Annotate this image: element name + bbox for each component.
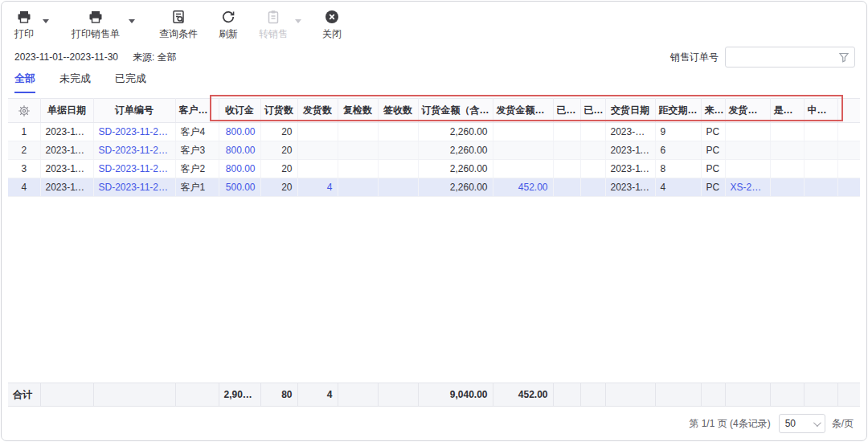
cell-recheck-qty <box>338 123 378 141</box>
column-header[interactable]: 订货金额（含税） <box>418 99 493 123</box>
cell-sign-qty <box>378 160 418 178</box>
table-row[interactable]: 32023-11-22SD-2023-11-22-000...客户2800.00… <box>8 160 860 178</box>
column-header[interactable]: 订货数 <box>260 99 297 123</box>
caret-down-icon <box>43 19 49 23</box>
column-header[interactable]: 是否完成 <box>770 99 804 123</box>
source-filter-text: 来源: 全部 <box>133 51 177 64</box>
cell-ship-order-no[interactable]: XS-2023... <box>725 178 770 197</box>
total-ship-amount: 452.00 <box>493 383 553 407</box>
column-header[interactable]: 发货数 <box>297 99 338 123</box>
tab-all[interactable]: 全部 <box>14 72 35 93</box>
refresh-button[interactable]: 刷新 <box>219 9 238 41</box>
cell-is-done <box>770 178 804 197</box>
cell-days-to-delivery: 6 <box>655 141 701 160</box>
print-sales-order-button[interactable]: 打印销售单 <box>72 9 120 41</box>
query-conditions-button[interactable]: 查询条件 <box>159 9 198 41</box>
total-ship-qty: 4 <box>297 383 338 407</box>
cell-order-no[interactable]: SD-2023-11-22-000... <box>93 123 175 141</box>
close-circle-icon <box>324 9 340 25</box>
cell-stop-exec <box>804 178 837 197</box>
cell-order-amount: 2,260.00 <box>418 123 493 141</box>
cell-order-no[interactable]: SD-2023-11-22-000... <box>93 141 175 160</box>
column-header[interactable]: 来源 <box>701 99 725 123</box>
table-row[interactable]: 42023-11-22SD-2023-11-22-000...客户1500.00… <box>8 178 860 197</box>
sales-order-no-label: 销售订单号 <box>670 51 719 64</box>
tab-complete[interactable]: 已完成 <box>115 72 146 93</box>
column-header[interactable]: 收订金 <box>219 99 260 123</box>
cell-ship-amount[interactable]: 452.00 <box>493 178 553 197</box>
column-header[interactable]: 距交期（天） <box>655 99 701 123</box>
gear-icon[interactable] <box>18 104 31 117</box>
column-header[interactable]: 客户全名 <box>175 99 219 123</box>
caret-down-icon <box>129 19 135 23</box>
cell-ship-qty <box>297 123 338 141</box>
cell-order-no[interactable]: SD-2023-11-22-000... <box>93 178 175 197</box>
cell-ship-amount <box>493 160 553 178</box>
tab-incomplete[interactable]: 未完成 <box>59 72 91 93</box>
cell-customer: 客户4 <box>175 123 219 141</box>
empty-area <box>2 197 866 383</box>
cell-deposit[interactable]: 800.00 <box>219 123 260 141</box>
cell-num: 4 <box>8 178 40 197</box>
cell-ship-qty <box>297 141 338 160</box>
cell-order-amount: 2,260.00 <box>418 141 493 160</box>
column-header[interactable]: 发货金额（含税 <box>493 99 553 123</box>
total-is-done <box>770 383 804 407</box>
filter-funnel-icon[interactable] <box>838 51 850 63</box>
column-header[interactable]: 交货日期 <box>605 99 655 123</box>
column-header[interactable]: 订单编号 <box>93 99 175 123</box>
total-order-qty: 80 <box>260 383 297 407</box>
cell-customer: 客户1 <box>175 178 219 197</box>
close-button[interactable]: 关闭 <box>322 9 342 41</box>
print-dropdown-caret[interactable] <box>39 11 52 31</box>
print-sales-order-dropdown-caret[interactable] <box>125 11 138 31</box>
cell-deposit[interactable]: 500.00 <box>219 178 260 197</box>
cell-doc-date: 2023-11-22 <box>40 178 93 197</box>
sales-order-window: 打印 打印销售单 查询条件 刷新 转销售 <box>1 1 867 441</box>
cell-stop-exec <box>804 160 837 178</box>
total-row-zone: 合计2,900.008049,040.00452.00 <box>8 383 860 407</box>
cell-settled <box>553 123 580 141</box>
cell-order-no[interactable]: SD-2023-11-22-000... <box>93 160 175 178</box>
sales-order-no-input[interactable] <box>725 47 855 68</box>
cell-source: PC <box>701 141 725 160</box>
total-recheck-qty <box>338 383 378 407</box>
cell-days-to-delivery: 8 <box>655 160 701 178</box>
cell-ship-qty[interactable]: 4 <box>297 178 338 197</box>
column-header[interactable]: 签收数 <box>378 99 418 123</box>
column-header[interactable]: 已开票 <box>580 99 605 123</box>
query-conditions-label: 查询条件 <box>159 27 198 41</box>
column-header[interactable]: 已结算 <box>553 99 580 123</box>
cell-ship-amount <box>493 123 553 141</box>
cell-deposit[interactable]: 800.00 <box>219 141 260 160</box>
total-customer <box>175 383 219 407</box>
column-header[interactable] <box>837 99 860 123</box>
cell-invoiced <box>580 123 605 141</box>
column-header[interactable]: 复检数 <box>338 99 378 123</box>
total-order-amount: 9,040.00 <box>418 383 493 407</box>
print-button-label: 打印 <box>14 27 34 41</box>
cell-sign-qty <box>378 141 418 160</box>
close-label: 关闭 <box>322 27 342 41</box>
cell-delivery-date: 2023-11-30 <box>605 160 655 178</box>
cell-order-amount: 2,260.00 <box>418 178 493 197</box>
cell-filler <box>837 123 860 141</box>
table-row[interactable]: 22023-11-22SD-2023-11-22-000...客户3800.00… <box>8 141 860 160</box>
date-range-text: 2023-11-01--2023-11-30 <box>14 51 118 63</box>
page-size-select[interactable]: 50 <box>779 414 825 433</box>
cell-order-amount: 2,260.00 <box>418 160 493 178</box>
cell-doc-date: 2023-11-22 <box>40 160 93 178</box>
cell-deposit[interactable]: 800.00 <box>219 160 260 178</box>
print-button[interactable]: 打印 <box>14 9 34 41</box>
cell-ship-order-no <box>725 141 770 160</box>
column-settings-header[interactable] <box>8 99 40 123</box>
column-header[interactable]: 中止执行 <box>804 99 837 123</box>
table-row[interactable]: 12023-11-22SD-2023-11-22-000...客户4800.00… <box>8 123 860 141</box>
column-header[interactable]: 单据日期 <box>40 99 93 123</box>
printer-icon <box>88 9 104 25</box>
column-header[interactable]: 发货单号 <box>725 99 770 123</box>
cell-invoiced <box>580 141 605 160</box>
toolbar: 打印 打印销售单 查询条件 刷新 转销售 <box>2 2 866 43</box>
cell-source: PC <box>701 123 725 141</box>
to-sales-button: 转销售 <box>259 9 288 41</box>
